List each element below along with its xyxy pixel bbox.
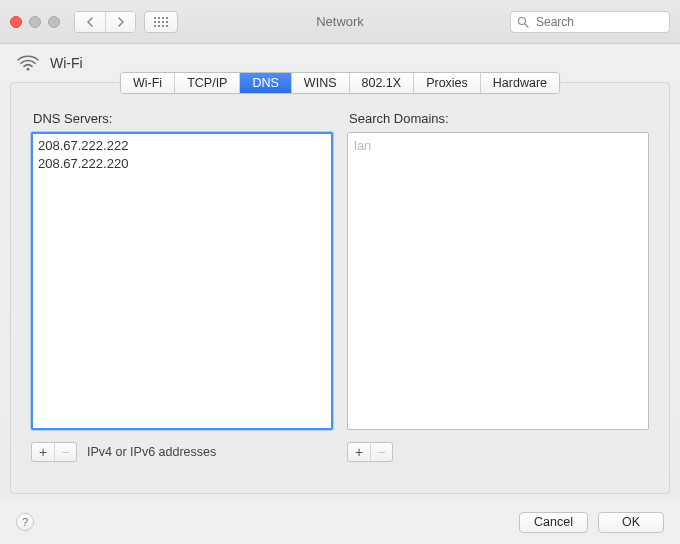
svg-point-2 — [27, 68, 30, 71]
search-field[interactable] — [510, 11, 670, 33]
traffic-lights — [10, 16, 60, 28]
help-button[interactable]: ? — [16, 513, 34, 531]
content-panel: Wi-FiTCP/IPDNSWINS802.1XProxiesHardware … — [10, 82, 670, 494]
tab-dns[interactable]: DNS — [239, 73, 290, 93]
show-all-button[interactable] — [144, 11, 178, 33]
tab-hardware[interactable]: Hardware — [480, 73, 559, 93]
nav-forward-button[interactable] — [105, 12, 135, 32]
dns-servers-label: DNS Servers: — [33, 111, 333, 126]
chevron-left-icon — [86, 17, 94, 27]
dns-server-entry[interactable]: 208.67.222.222 — [38, 137, 326, 155]
dns-hint: IPv4 or IPv6 addresses — [87, 445, 216, 459]
svg-line-1 — [525, 24, 528, 27]
titlebar: Network — [0, 0, 680, 44]
dns-server-entry[interactable]: 208.67.222.220 — [38, 155, 326, 173]
grid-icon — [154, 17, 168, 27]
dns-servers-listbox[interactable]: 208.67.222.222208.67.222.220 — [31, 132, 333, 430]
tab-wi-fi[interactable]: Wi-Fi — [121, 73, 174, 93]
wifi-icon — [16, 54, 40, 72]
search-domains-add-button[interactable]: + — [348, 443, 370, 461]
svg-point-0 — [519, 17, 526, 24]
window-minimize-button[interactable] — [29, 16, 41, 28]
search-input[interactable] — [534, 14, 663, 30]
dns-servers-remove-button[interactable]: − — [54, 443, 76, 461]
nav-back-button[interactable] — [75, 12, 105, 32]
tab-tcp-ip[interactable]: TCP/IP — [174, 73, 239, 93]
tabs: Wi-FiTCP/IPDNSWINS802.1XProxiesHardware — [11, 72, 669, 94]
search-domains-column: Search Domains: lan + − — [347, 111, 649, 462]
window-zoom-button[interactable] — [48, 16, 60, 28]
search-domains-listbox[interactable]: lan — [347, 132, 649, 430]
interface-name: Wi-Fi — [50, 55, 83, 71]
search-domains-pm-group: + − — [347, 442, 393, 462]
dns-servers-add-button[interactable]: + — [32, 443, 54, 461]
tab-802-1x[interactable]: 802.1X — [349, 73, 414, 93]
search-domains-remove-button[interactable]: − — [370, 443, 392, 461]
window-close-button[interactable] — [10, 16, 22, 28]
search-domains-label: Search Domains: — [349, 111, 649, 126]
nav-group — [74, 11, 136, 33]
footer: ? Cancel OK — [0, 500, 680, 544]
search-domains-placeholder: lan — [354, 137, 642, 155]
cancel-button[interactable]: Cancel — [519, 512, 588, 533]
search-icon — [517, 16, 529, 28]
tab-proxies[interactable]: Proxies — [413, 73, 480, 93]
dns-servers-column: DNS Servers: 208.67.222.222208.67.222.22… — [31, 111, 333, 462]
dns-servers-pm-group: + − — [31, 442, 77, 462]
tab-wins[interactable]: WINS — [291, 73, 349, 93]
ok-button[interactable]: OK — [598, 512, 664, 533]
chevron-right-icon — [117, 17, 125, 27]
